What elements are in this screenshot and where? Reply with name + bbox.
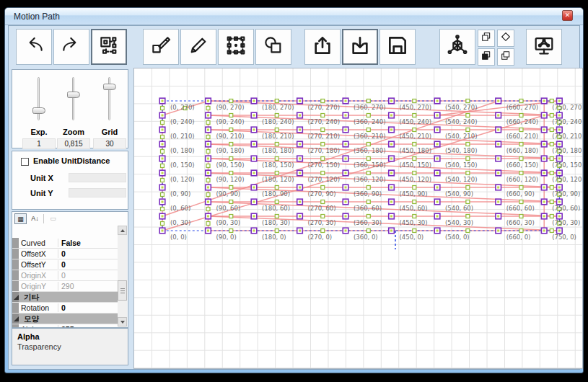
midpoint-handle[interactable] [321, 214, 325, 218]
midpoint-handle[interactable] [413, 156, 416, 160]
midpoint-handle[interactable] [206, 149, 210, 153]
midpoint-handle[interactable] [275, 142, 278, 146]
slider-track[interactable] [72, 77, 74, 120]
midpoint-handle[interactable] [413, 128, 416, 131]
midpoint-handle[interactable] [367, 214, 370, 218]
midpoint-handle[interactable] [161, 164, 164, 167]
midpoint-handle[interactable] [413, 214, 416, 218]
collapse-icon[interactable] [14, 295, 19, 300]
midpoint-handle[interactable] [321, 200, 325, 203]
midpoint-handle[interactable] [367, 156, 370, 160]
sort-alphabetical-icon[interactable]: A↓ [29, 213, 41, 224]
midpoint-handle[interactable] [413, 200, 416, 203]
scrollbar-thumb[interactable] [118, 280, 127, 301]
midpoint-handle[interactable] [206, 178, 210, 182]
motion-canvas[interactable]: (0, 0)(0, 30)(0, 60)(0, 90)(0, 120)(0, 1… [133, 68, 583, 369]
midpoint-handle[interactable] [229, 156, 233, 160]
title-bar[interactable]: Motion Path ✕ [5, 8, 583, 25]
midpoint-handle[interactable] [550, 200, 553, 203]
midpoint-handle[interactable] [321, 142, 325, 146]
midpoint-handle[interactable] [519, 200, 523, 203]
midpoint-handle[interactable] [466, 200, 470, 203]
draw-rect-button[interactable] [143, 29, 179, 65]
save-button[interactable] [379, 29, 416, 65]
midpoint-handle[interactable] [550, 185, 553, 189]
midpoint-handle[interactable] [550, 229, 553, 233]
midpoint-handle[interactable] [161, 192, 164, 196]
property-value[interactable]: 0 [58, 271, 118, 280]
midpoint-handle[interactable] [519, 142, 523, 146]
midpoint-handle[interactable] [321, 229, 325, 233]
midpoint-handle[interactable] [519, 185, 523, 189]
midpoint-handle[interactable] [206, 106, 210, 110]
property-value[interactable]: 290 [58, 282, 118, 290]
midpoint-handle[interactable] [161, 207, 164, 210]
midpoint-handle[interactable] [413, 99, 416, 102]
midpoint-handle[interactable] [229, 185, 233, 189]
midpoint-handle[interactable] [161, 221, 164, 225]
shapes-tool-button[interactable] [255, 29, 291, 65]
midpoint-handle[interactable] [367, 185, 370, 189]
property-row[interactable]: OffsetX0 [12, 249, 118, 259]
midpoint-handle[interactable] [466, 113, 470, 117]
property-row[interactable]: Rotation0 [12, 303, 118, 314]
midpoint-handle[interactable] [275, 229, 278, 233]
midpoint-handle[interactable] [321, 99, 325, 102]
import-button[interactable] [342, 29, 378, 65]
midpoint-handle[interactable] [229, 200, 233, 203]
midpoint-handle[interactable] [206, 164, 210, 167]
midpoint-handle[interactable] [413, 142, 416, 146]
property-value[interactable]: 0 [58, 303, 118, 312]
midpoint-handle[interactable] [466, 185, 470, 189]
axis-3d-button[interactable] [439, 29, 475, 65]
midpoint-handle[interactable] [206, 135, 210, 138]
midpoint-handle[interactable] [519, 99, 523, 102]
unit-y-field[interactable] [69, 188, 126, 197]
collapse-icon[interactable] [14, 316, 19, 321]
redo-button[interactable] [53, 29, 89, 65]
undo-button[interactable] [16, 29, 52, 65]
midpoint-handle[interactable] [229, 113, 233, 117]
midpoint-handle[interactable] [367, 99, 370, 102]
pencil-tool-button[interactable] [180, 29, 216, 65]
property-grid-scrollbar[interactable] [118, 226, 127, 327]
midpoint-handle[interactable] [161, 135, 164, 138]
unit-x-field[interactable] [69, 173, 126, 182]
scroll-down-icon[interactable] [118, 317, 127, 327]
property-value[interactable]: 0 [58, 260, 118, 269]
midpoint-handle[interactable] [519, 229, 523, 233]
property-row[interactable]: OffsetY0 [12, 259, 118, 270]
midpoint-handle[interactable] [413, 171, 416, 174]
midpoint-handle[interactable] [275, 200, 278, 203]
midpoint-handle[interactable] [229, 128, 233, 131]
diamond-button[interactable] [497, 30, 514, 47]
midpoint-handle[interactable] [413, 229, 416, 233]
property-row[interactable]: CurvedFalse [12, 238, 118, 249]
midpoint-handle[interactable] [229, 142, 233, 146]
property-value[interactable]: 0 [58, 249, 118, 258]
midpoint-handle[interactable] [321, 156, 325, 160]
midpoint-handle[interactable] [321, 171, 325, 174]
midpoint-handle[interactable] [367, 171, 370, 174]
midpoint-handle[interactable] [367, 229, 370, 233]
send-back-button[interactable] [497, 48, 514, 66]
midpoint-handle[interactable] [519, 113, 523, 117]
slider-thumb[interactable] [32, 107, 45, 114]
midpoint-handle[interactable] [519, 128, 523, 131]
midpoint-handle[interactable] [275, 128, 278, 131]
midpoint-handle[interactable] [321, 113, 325, 117]
property-row[interactable]: OriginX0 [12, 270, 118, 281]
midpoint-handle[interactable] [550, 171, 553, 174]
category-row[interactable]: 기타 [12, 292, 118, 303]
slider-track[interactable] [38, 77, 40, 120]
midpoint-handle[interactable] [229, 229, 233, 233]
slider-thumb[interactable] [103, 84, 116, 90]
midpoint-handle[interactable] [550, 214, 553, 218]
midpoint-handle[interactable] [206, 221, 210, 225]
midpoint-handle[interactable] [466, 142, 470, 146]
midpoint-handle[interactable] [229, 99, 233, 102]
midpoint-handle[interactable] [275, 99, 278, 102]
midpoint-handle[interactable] [275, 113, 278, 117]
midpoint-handle[interactable] [229, 171, 233, 174]
midpoint-handle[interactable] [550, 113, 553, 117]
